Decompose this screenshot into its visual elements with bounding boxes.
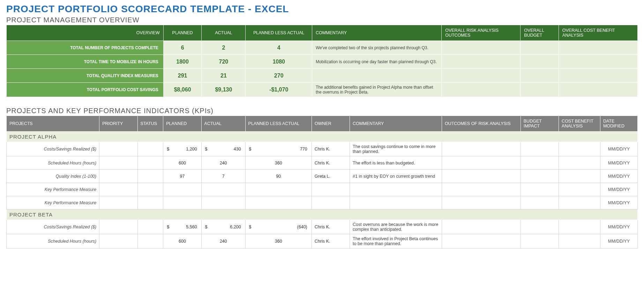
- kpi-budget[interactable]: [521, 142, 559, 156]
- kpi-cba[interactable]: [559, 156, 600, 170]
- kpi-pla[interactable]: [245, 196, 312, 209]
- overview-row-budget[interactable]: [521, 55, 559, 69]
- kpi-actual[interactable]: $6,200: [201, 220, 245, 234]
- kpi-actual[interactable]: 240: [201, 234, 245, 249]
- kpi-owner[interactable]: [312, 196, 350, 209]
- kpi-pla[interactable]: 360: [245, 234, 312, 249]
- kpi-risk[interactable]: [442, 183, 521, 196]
- kpi-commentary[interactable]: The effort involved in Project Beta cont…: [350, 234, 442, 249]
- kpi-date[interactable]: MM/DD/YY: [600, 156, 637, 170]
- kpi-budget[interactable]: [521, 220, 559, 234]
- kpi-risk[interactable]: [442, 142, 521, 156]
- kpi-planned[interactable]: 600: [163, 234, 201, 249]
- overview-row-actual[interactable]: 21: [202, 69, 246, 83]
- kpi-owner[interactable]: Chris K.: [312, 234, 350, 249]
- kpi-date[interactable]: MM/DD/YY: [600, 234, 637, 249]
- kpi-risk[interactable]: [442, 234, 521, 249]
- overview-row-planned[interactable]: $8,060: [163, 83, 201, 97]
- status-cell[interactable]: GREEN: [137, 196, 163, 209]
- status-cell[interactable]: GREY: [137, 170, 163, 183]
- overview-row-risk[interactable]: [442, 55, 521, 69]
- kpi-owner[interactable]: Chris K.: [312, 142, 350, 156]
- kpi-pla[interactable]: $(640): [245, 220, 312, 234]
- kpi-owner[interactable]: Chris K.: [312, 220, 350, 234]
- kpi-risk[interactable]: [442, 156, 521, 170]
- overview-row-planned[interactable]: 6: [163, 41, 201, 55]
- kpi-pla[interactable]: 90: [245, 170, 312, 183]
- kpi-cba[interactable]: [559, 196, 600, 209]
- overview-row-pla[interactable]: 1080: [246, 55, 312, 69]
- kpi-actual[interactable]: [201, 196, 245, 209]
- overview-row-risk[interactable]: [442, 83, 521, 97]
- kpi-budget[interactable]: [521, 170, 559, 183]
- overview-row-commentary[interactable]: We've completed two of the six projects …: [312, 41, 441, 55]
- overview-row-budget[interactable]: [521, 41, 559, 55]
- overview-row-cba[interactable]: [559, 69, 637, 83]
- kpi-cba[interactable]: [559, 220, 600, 234]
- priority-cell[interactable]: LOW: [99, 142, 137, 156]
- kpi-owner[interactable]: [312, 183, 350, 196]
- kpi-budget[interactable]: [521, 196, 559, 209]
- status-cell[interactable]: YELLOW: [137, 142, 163, 156]
- kpi-budget[interactable]: [521, 183, 559, 196]
- kpi-planned[interactable]: 97: [163, 170, 201, 183]
- kpi-commentary[interactable]: [350, 183, 442, 196]
- kpi-commentary[interactable]: #1 in sight by EOY on current growth tre…: [350, 170, 442, 183]
- kpi-pla[interactable]: 360: [245, 156, 312, 170]
- kpi-commentary[interactable]: [350, 196, 442, 209]
- kpi-pla[interactable]: $770: [245, 142, 312, 156]
- overview-row-pla[interactable]: 270: [246, 69, 312, 83]
- overview-row-actual[interactable]: 2: [202, 41, 246, 55]
- kpi-cba[interactable]: [559, 234, 600, 249]
- kpi-planned[interactable]: $5,560: [163, 220, 201, 234]
- kpi-cba[interactable]: [559, 183, 600, 196]
- overview-row-commentary[interactable]: Mobilization is occurring one day faster…: [312, 55, 441, 69]
- overview-row-budget[interactable]: [521, 69, 559, 83]
- kpi-owner[interactable]: Chris K.: [312, 156, 350, 170]
- kpi-budget[interactable]: [521, 156, 559, 170]
- overview-row-pla[interactable]: 4: [246, 41, 312, 55]
- priority-cell[interactable]: MEDIUM: [99, 156, 137, 170]
- kpi-actual[interactable]: [201, 183, 245, 196]
- overview-row-cba[interactable]: [559, 41, 637, 55]
- kpi-date[interactable]: MM/DD/YY: [600, 170, 637, 183]
- priority-cell[interactable]: HIGH: [99, 220, 137, 234]
- kpi-planned[interactable]: $1,200: [163, 142, 201, 156]
- priority-cell[interactable]: MEDIUM: [99, 234, 137, 249]
- overview-row-actual[interactable]: 720: [202, 55, 246, 69]
- kpi-date[interactable]: MM/DD/YY: [600, 142, 637, 156]
- overview-row-pla[interactable]: -$1,070: [246, 83, 312, 97]
- kpi-budget[interactable]: [521, 234, 559, 249]
- kpi-date[interactable]: MM/DD/YY: [600, 220, 637, 234]
- priority-cell[interactable]: HIGH: [99, 196, 137, 209]
- overview-row-planned[interactable]: 291: [163, 69, 201, 83]
- kpi-risk[interactable]: [442, 196, 521, 209]
- kpi-risk[interactable]: [442, 170, 521, 183]
- kpi-planned[interactable]: 600: [163, 156, 201, 170]
- overview-row-cba[interactable]: [559, 83, 637, 97]
- kpi-date[interactable]: MM/DD/YY: [600, 196, 637, 209]
- kpi-date[interactable]: MM/DD/YY: [600, 183, 637, 196]
- kpi-actual[interactable]: 240: [201, 156, 245, 170]
- kpi-commentary[interactable]: The effort is less than budgeted.: [350, 156, 442, 170]
- priority-cell[interactable]: HIGH: [99, 170, 137, 183]
- overview-row-commentary[interactable]: [312, 69, 441, 83]
- overview-row-risk[interactable]: [442, 69, 521, 83]
- kpi-owner[interactable]: Greta L.: [312, 170, 350, 183]
- kpi-actual[interactable]: 7: [201, 170, 245, 183]
- overview-row-commentary[interactable]: The additional benefits gained in Projec…: [312, 83, 441, 97]
- kpi-planned[interactable]: [163, 196, 201, 209]
- kpi-cba[interactable]: [559, 142, 600, 156]
- overview-row-budget[interactable]: [521, 83, 559, 97]
- overview-row-cba[interactable]: [559, 55, 637, 69]
- kpi-planned[interactable]: [163, 183, 201, 196]
- kpi-commentary[interactable]: The cost savings continue to come in mor…: [350, 142, 442, 156]
- status-cell[interactable]: GREY: [137, 234, 163, 249]
- priority-cell[interactable]: LOW: [99, 183, 137, 196]
- status-cell[interactable]: GREEN: [137, 183, 163, 196]
- kpi-cba[interactable]: [559, 170, 600, 183]
- kpi-commentary[interactable]: Cost overruns are because the work is mo…: [350, 220, 442, 234]
- status-cell[interactable]: YELLOW: [137, 220, 163, 234]
- overview-row-risk[interactable]: [442, 41, 521, 55]
- overview-row-planned[interactable]: 1800: [163, 55, 201, 69]
